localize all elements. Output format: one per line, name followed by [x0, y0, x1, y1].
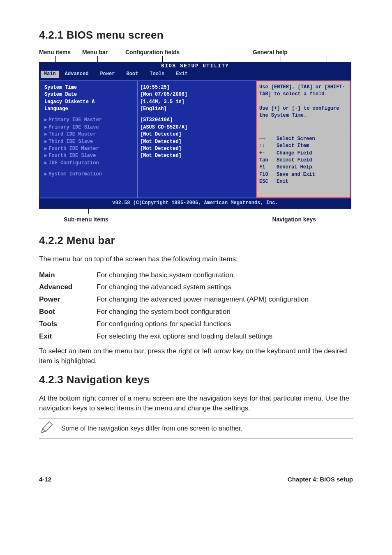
anno-sub-menu-items: Sub-menu items	[39, 216, 108, 223]
nav-key-arrows-ud: ↑↓	[259, 143, 277, 150]
triangle-icon: ▶	[44, 139, 47, 145]
bios-val-fourth-slave: [Not Detected]	[140, 152, 254, 159]
anno-config-fields: Configuration fields	[125, 49, 228, 55]
def-key: Tools	[39, 318, 97, 330]
divider	[259, 133, 347, 133]
def-key: Boot	[39, 306, 97, 318]
pencil-icon	[39, 420, 54, 437]
bios-sub-third-master[interactable]: ▶Third IDE Master	[44, 131, 135, 138]
def-val: For configuring options for special func…	[97, 318, 309, 330]
nav-key-label: Save and Exit	[277, 171, 315, 178]
def-val: For changing the basic system configurat…	[97, 269, 309, 281]
table-row: PowerFor changing the advanced power man…	[39, 293, 309, 306]
def-key: Advanced	[39, 281, 97, 293]
bios-sub-sysinfo[interactable]: ▶System Information	[44, 171, 135, 178]
bios-sub-primary-master[interactable]: ▶Primary IDE Master	[44, 117, 135, 124]
bios-tab-advanced[interactable]: Advanced	[59, 71, 95, 78]
anno-menu-bar: Menu bar	[82, 49, 125, 55]
bios-tab-tools[interactable]: Tools	[144, 71, 170, 78]
def-key: Main	[39, 269, 97, 281]
nav-key-label: Select Screen	[277, 136, 315, 143]
bios-footer: v02.58 (C)Copyright 1985-2006, American …	[39, 199, 351, 208]
section-heading-422: 4.2.2 Menu bar	[39, 234, 353, 247]
triangle-icon: ▶	[44, 160, 47, 166]
nav-key-f1: F1	[259, 164, 277, 171]
def-val: For changing the advanced system setting…	[97, 281, 309, 293]
nav-key-f10: F10	[259, 171, 277, 178]
bios-sub-fourth-slave[interactable]: ▶Fourth IDE Slave	[44, 152, 135, 159]
bios-item-legacy-diskette[interactable]: Legacy Diskette A	[44, 99, 135, 106]
def-key: Power	[39, 293, 97, 306]
triangle-icon: ▶	[44, 171, 47, 177]
triangle-icon: ▶	[44, 146, 47, 152]
annotation-connector-lines	[39, 56, 353, 62]
section-422-intro: The menu bar on top of the screen has th…	[39, 254, 353, 264]
bios-tab-main[interactable]: Main	[41, 71, 59, 78]
bios-nav-keys: ←→Select Screen ↑↓Select Item +-Change F…	[259, 136, 347, 186]
nav-key-label: Select Item	[277, 143, 309, 150]
bios-tab-power[interactable]: Power	[94, 71, 120, 78]
bios-help-panel: Use [ENTER], [TAB] or [SHIFT-TAB] to sel…	[256, 81, 350, 198]
section-422-outro: To select an item on the menu bar, press…	[39, 346, 353, 366]
bios-val-diskette[interactable]: [1.44M, 3.5 in]	[140, 99, 254, 106]
bios-left-panel: System Time System Date Legacy Diskette …	[40, 81, 138, 198]
def-key: Exit	[39, 330, 97, 343]
bios-menubar[interactable]: Main Advanced Power Boot Tools Exit	[39, 71, 351, 79]
bios-help-text: Use [ENTER], [TAB] or [SHIFT-TAB] to sel…	[259, 84, 347, 120]
bios-sub-ide-config[interactable]: ▶IDE Configuration	[44, 160, 135, 167]
annotation-row-bottom: Sub-menu items Navigation keys	[39, 216, 353, 223]
nav-key-esc: ESC	[259, 178, 277, 185]
menu-definitions-table: MainFor changing the basic system config…	[39, 269, 309, 343]
nav-key-label: General Help	[277, 164, 312, 171]
bios-sub-primary-slave[interactable]: ▶Primary IDE Slave	[44, 124, 135, 131]
anno-nav-keys: Navigation keys	[272, 216, 353, 223]
nav-key-label: Select Field	[277, 157, 312, 164]
bios-tab-boot[interactable]: Boot	[120, 71, 144, 78]
section-423-body: At the bottom right corner of a menu scr…	[39, 394, 353, 413]
bios-item-system-date[interactable]: System Date	[44, 91, 135, 98]
bios-sub-fourth-master[interactable]: ▶Fourth IDE Master	[44, 145, 135, 152]
bios-sub-third-slave[interactable]: ▶Third IDE Slave	[44, 138, 135, 145]
triangle-icon: ▶	[44, 153, 47, 159]
section-heading-423: 4.2.3 Navigation keys	[39, 373, 353, 386]
bios-val-time[interactable]: [10:55:25]	[140, 84, 254, 91]
table-row: BootFor changing the system boot configu…	[39, 306, 309, 318]
note-block: Some of the navigation keys differ from …	[39, 418, 353, 439]
annotation-connector-lines-bottom	[39, 209, 353, 214]
footer-chapter: Chapter 4: BIOS setup	[288, 476, 353, 483]
def-val: For changing the system boot configurati…	[97, 306, 309, 318]
page-footer: 4-12 Chapter 4: BIOS setup	[39, 476, 353, 483]
bios-val-language[interactable]: [English]	[140, 106, 254, 113]
triangle-icon: ▶	[44, 117, 47, 123]
bios-screen: BIOS SETUP UTILITY Main Advanced Power B…	[39, 62, 351, 209]
bios-item-language[interactable]: Language	[44, 106, 135, 113]
bios-val-date[interactable]: [Mon 07/05/2006]	[140, 91, 254, 98]
bios-val-fourth-master: [Not Detected]	[140, 145, 254, 152]
triangle-icon: ▶	[44, 124, 47, 130]
bios-tab-exit[interactable]: Exit	[170, 71, 194, 78]
table-row: ExitFor selecting the exit options and l…	[39, 330, 309, 343]
bios-val-primary-master: [ST320410A]	[140, 117, 254, 124]
nav-key-label: Change Field	[277, 150, 312, 157]
section-heading-421: 4.2.1 BIOS menu screen	[39, 29, 353, 41]
table-row: ToolsFor configuring options for special…	[39, 318, 309, 330]
note-text: Some of the navigation keys differ from …	[61, 425, 242, 432]
bios-title: BIOS SETUP UTILITY	[39, 62, 351, 71]
table-row: AdvancedFor changing the advanced system…	[39, 281, 309, 293]
anno-general-help: General help	[228, 49, 353, 55]
bios-val-third-master: [Not Detected]	[140, 131, 254, 138]
nav-key-label: Exit	[277, 178, 288, 185]
bios-val-primary-slave: [ASUS CD-S520/A]	[140, 124, 254, 131]
nav-key-plusminus: +-	[259, 150, 277, 157]
annotation-row-top: Menu items Menu bar Configuration fields…	[39, 49, 353, 55]
triangle-icon: ▶	[44, 131, 47, 137]
bios-item-system-time[interactable]: System Time	[44, 84, 135, 91]
bios-val-third-slave: [Not Detected]	[140, 138, 254, 145]
footer-page-number: 4-12	[39, 476, 51, 483]
bios-config-fields: [10:55:25] [Mon 07/05/2006] [1.44M, 3.5 …	[138, 81, 256, 198]
table-row: MainFor changing the basic system config…	[39, 269, 309, 281]
anno-menu-items: Menu items	[39, 49, 82, 55]
nav-key-arrows-lr: ←→	[259, 136, 277, 143]
def-val: For selecting the exit options and loadi…	[97, 330, 309, 343]
def-val: For changing the advanced power manageme…	[97, 293, 309, 306]
